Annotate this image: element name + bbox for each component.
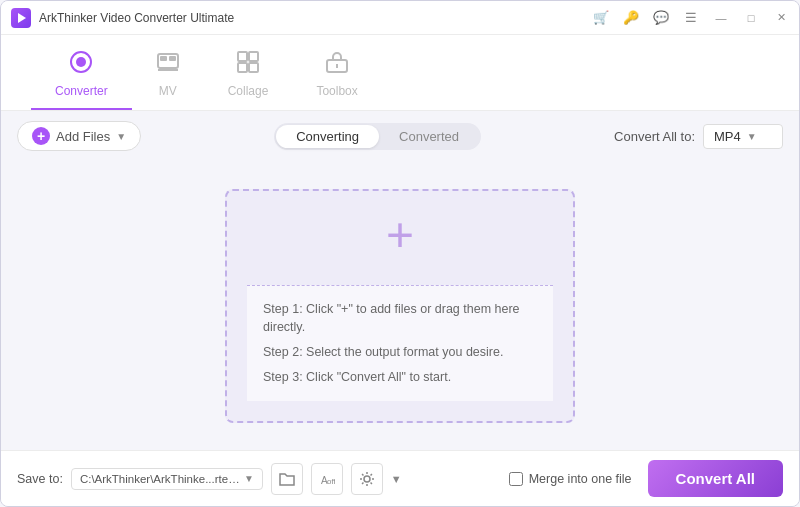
step-3: Step 3: Click "Convert All" to start. [263,368,537,387]
save-to-section: Save to: C:\ArkThinker\ArkThinke...rter … [17,463,402,495]
nav-bar: Converter MV Collage [1,35,799,111]
nav-item-mv[interactable]: MV [132,42,204,110]
step-1: Step 1: Click "+" to add files or drag t… [263,300,537,338]
nav-item-collage[interactable]: Collage [204,42,293,110]
svg-rect-7 [238,52,247,61]
nav-item-toolbox[interactable]: Toolbox [292,42,381,110]
save-path-select[interactable]: C:\ArkThinker\ArkThinke...rter Ultimate\… [71,468,263,490]
step-2: Step 2: Select the output format you des… [263,343,537,362]
format-dropdown-arrow: ▼ [747,131,757,142]
cart-icon[interactable]: 🛒 [593,10,609,26]
add-files-plus-icon: + [32,127,50,145]
title-bar: ArkThinker Video Converter Ultimate 🛒 🔑 … [1,1,799,35]
merge-checkbox[interactable] [509,472,523,486]
svg-marker-0 [18,13,26,23]
minimize-button[interactable]: — [713,10,729,26]
key-icon[interactable]: 🔑 [623,10,639,26]
main-content: + Step 1: Click "+" to add files or drag… [1,161,799,450]
toolbox-icon [325,50,349,80]
svg-point-15 [364,476,370,482]
merge-checkbox-section[interactable]: Merge into one file [509,472,632,486]
nav-label-collage: Collage [228,84,269,98]
tab-converting[interactable]: Converting [276,125,379,148]
save-to-label: Save to: [17,472,63,486]
add-files-button[interactable]: + Add Files ▼ [17,121,141,151]
settings-gear-button[interactable] [351,463,383,495]
menu-icon[interactable]: ☰ [683,10,699,26]
selected-format: MP4 [714,129,741,144]
drop-plus-icon: + [386,211,414,259]
merge-label: Merge into one file [529,472,632,486]
nav-label-converter: Converter [55,84,108,98]
convert-all-button[interactable]: Convert All [648,460,783,497]
title-bar-controls: 🛒 🔑 💬 ☰ — □ ✕ [593,10,789,26]
add-files-label: Add Files [56,129,110,144]
svg-rect-9 [238,63,247,72]
convert-all-to-label: Convert All to: [614,129,695,144]
svg-rect-5 [169,56,176,61]
convert-all-to: Convert All to: MP4 ▼ [614,124,783,149]
tab-converted[interactable]: Converted [379,125,479,148]
title-bar-left: ArkThinker Video Converter Ultimate [11,8,234,28]
svg-rect-8 [249,52,258,61]
drop-area[interactable]: + Step 1: Click "+" to add files or drag… [225,189,575,423]
nav-label-mv: MV [159,84,177,98]
app-icon [11,8,31,28]
converter-icon [69,50,93,80]
collage-icon [236,50,260,80]
app-title: ArkThinker Video Converter Ultimate [39,11,234,25]
chat-icon[interactable]: 💬 [653,10,669,26]
toolbar: + Add Files ▼ Converting Converted Conve… [1,111,799,161]
bottom-icons: A off ▼ [271,463,402,495]
svg-point-2 [76,57,86,67]
close-button[interactable]: ✕ [773,10,789,26]
settings-a-button[interactable]: A off [311,463,343,495]
path-dropdown-arrow: ▼ [244,473,254,484]
mv-icon [156,50,180,80]
steps-area: Step 1: Click "+" to add files or drag t… [247,285,553,401]
nav-label-toolbox: Toolbox [316,84,357,98]
folder-open-button[interactable] [271,463,303,495]
settings-dropdown-arrow[interactable]: ▼ [391,473,402,485]
bottom-right: Merge into one file Convert All [509,460,783,497]
add-files-dropdown-arrow: ▼ [116,131,126,142]
maximize-button[interactable]: □ [743,10,759,26]
bottom-bar: Save to: C:\ArkThinker\ArkThinke...rter … [1,450,799,506]
svg-text:off: off [327,477,335,486]
nav-item-converter[interactable]: Converter [31,42,132,110]
format-select[interactable]: MP4 ▼ [703,124,783,149]
svg-rect-10 [249,63,258,72]
svg-rect-4 [160,56,167,61]
save-path-text: C:\ArkThinker\ArkThinke...rter Ultimate\… [80,473,240,485]
tab-group: Converting Converted [274,123,481,150]
